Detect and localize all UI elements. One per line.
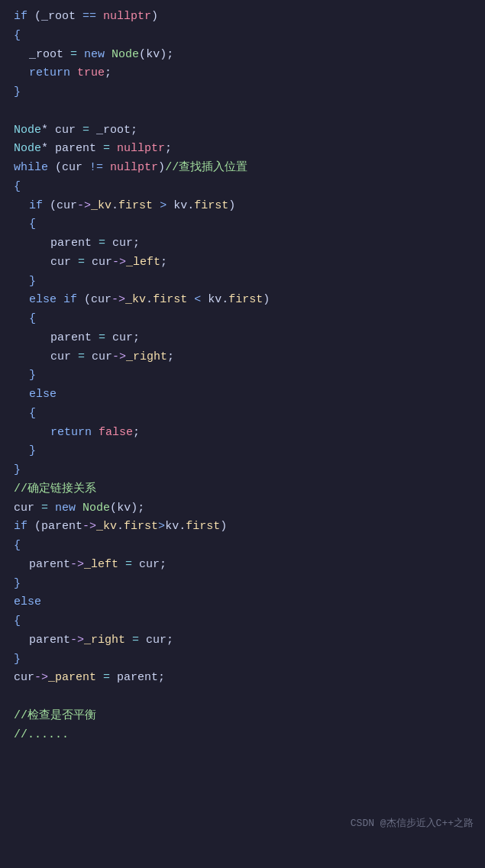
code-line: parent = cur; — [8, 329, 485, 348]
code-line: } — [8, 442, 485, 461]
code-line: parent = cur; — [8, 234, 485, 253]
code-line: cur = cur->_right; — [8, 348, 485, 367]
code-line: else if (cur->_kv.first < kv.first) — [8, 291, 485, 310]
code-line: parent->_right = cur; — [8, 631, 485, 650]
code-line: { — [8, 537, 485, 556]
code-line: { — [8, 310, 485, 329]
code-line: } — [8, 650, 485, 670]
code-line: { — [8, 405, 485, 424]
code-line: } — [8, 575, 485, 594]
code-container: if (_root == nullptr) { _root = new Node… — [0, 0, 485, 840]
code-line: return true; — [8, 64, 485, 83]
code-line: parent->_left = cur; — [8, 556, 485, 575]
keyword-if: if — [14, 8, 27, 27]
code-line: } — [8, 273, 485, 292]
code-line-comment: //...... — [8, 726, 485, 745]
code-line: if (_root == nullptr) — [8, 8, 485, 27]
code-line: { — [8, 215, 485, 234]
code-line: } — [8, 83, 485, 102]
code-line: cur = cur->_left; — [8, 253, 485, 273]
code-line: { — [8, 178, 485, 197]
code-line: else — [8, 386, 485, 405]
code-line-blank — [8, 688, 485, 707]
code-line-comment: //检查是否平衡 — [8, 707, 485, 726]
code-line: cur = new Node(kv); — [8, 499, 485, 518]
code-line-blank — [8, 102, 485, 121]
code-line: cur->_parent = parent; — [8, 669, 485, 688]
code-line: _root = new Node(kv); — [8, 46, 485, 65]
code-line: while (cur != nullptr)//查找插入位置 — [8, 159, 485, 178]
code-line: { — [8, 27, 485, 46]
code-line: Node* parent = nullptr; — [8, 140, 485, 159]
code-line: if (cur->_kv.first > kv.first) — [8, 197, 485, 216]
code-line: { — [8, 612, 485, 631]
code-line-comment: //确定链接关系 — [8, 480, 485, 499]
code-line: Node* cur = _root; — [8, 121, 485, 140]
watermark: CSDN @杰信步近入C++之路 — [351, 816, 474, 832]
code-line: else — [8, 593, 485, 612]
code-line: } — [8, 461, 485, 480]
code-line: } — [8, 366, 485, 386]
code-line: if (parent->_kv.first>kv.first) — [8, 518, 485, 537]
code-line: return false; — [8, 424, 485, 443]
